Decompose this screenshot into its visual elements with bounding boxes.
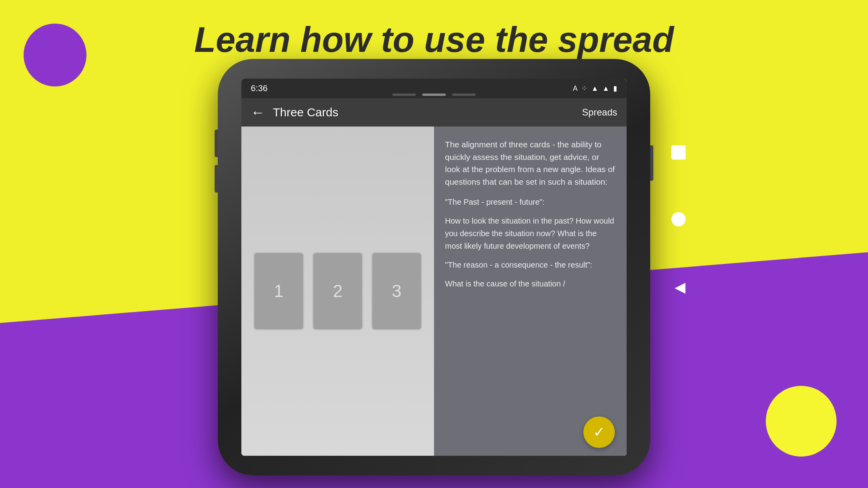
tarot-card-3[interactable]: 3 [371, 252, 422, 330]
fab-confirm-button[interactable]: ✓ [583, 416, 615, 448]
spreads-button[interactable]: Spreads [582, 107, 617, 118]
info-quote2-title: "The reason - a consequence - the result… [445, 259, 616, 271]
phone-screen: 6:36 A ⁘ ▲ ▲ ▮ ← Three Cards Spreads 1 [241, 79, 627, 456]
card-number-1: 1 [274, 281, 283, 301]
status-icons: A ⁘ ▲ ▲ ▮ [573, 84, 617, 93]
volume-down-button [215, 165, 218, 193]
info-quote1-body: How to look the situation in the past? H… [445, 215, 616, 252]
info-quote1-title: "The Past - present - future": [445, 196, 616, 208]
tab-indicators [392, 94, 476, 96]
signal-icon: ▲ [602, 84, 609, 93]
app-title: Three Cards [273, 106, 582, 119]
status-time: 6:36 [251, 83, 268, 94]
nav-circle-indicator [671, 212, 686, 226]
tab-dot-1 [392, 94, 416, 96]
info-panel: The alignment of three cards - the abili… [434, 127, 627, 456]
tarot-card-2[interactable]: 2 [312, 252, 363, 330]
nav-back-indicator: ◀ [675, 279, 686, 295]
card-number-3: 3 [392, 281, 401, 301]
phone-container: ◀ 6:36 A ⁘ ▲ ▲ ▮ ← Three Cards Spreads [218, 59, 650, 475]
tab-dot-3 [452, 94, 476, 96]
main-headline: Learn how to use the spread [0, 20, 868, 60]
volume-up-button [215, 130, 218, 157]
app-bar: ← Three Cards Spreads [241, 98, 627, 127]
status-icon-a: A [573, 84, 577, 93]
cards-row: 1 2 3 [253, 252, 422, 330]
battery-icon: ▮ [613, 84, 617, 93]
info-main-text: The alignment of three cards - the abili… [445, 138, 616, 188]
wifi-icon: ▲ [591, 84, 598, 93]
cards-panel: 1 2 3 [241, 127, 434, 456]
tab-dot-2 [422, 94, 446, 96]
nav-square-indicator [671, 145, 686, 160]
tarot-card-1[interactable]: 1 [253, 252, 304, 330]
content-area: 1 2 3 The alignment of three cards - the… [241, 127, 627, 456]
check-icon: ✓ [593, 424, 605, 440]
power-button [650, 145, 653, 181]
back-button[interactable]: ← [251, 104, 265, 121]
yellow-circle-decoration [766, 386, 837, 457]
status-icon-dots: ⁘ [581, 84, 587, 93]
card-number-2: 2 [333, 281, 342, 301]
info-quote2-body: What is the cause of the situation / [445, 277, 616, 290]
